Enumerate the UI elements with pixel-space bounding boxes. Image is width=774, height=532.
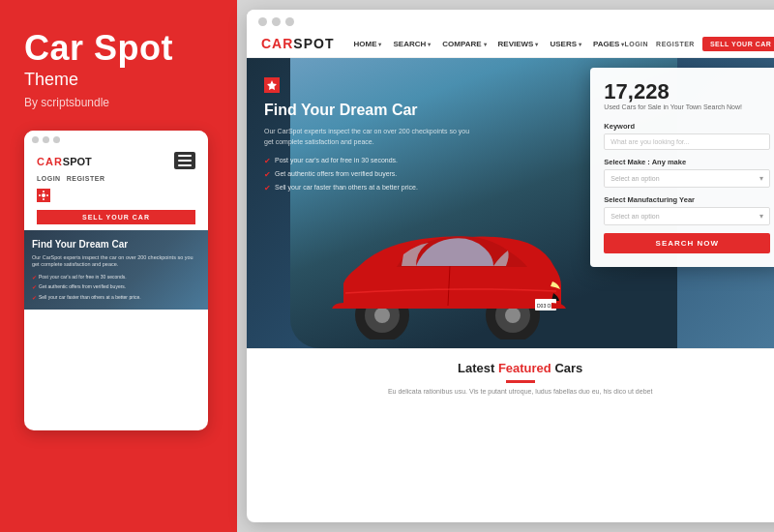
nav-home-chevron: ▾ (378, 41, 381, 47)
mobile-feature-text-3: Sell your car faster than others at a be… (39, 294, 141, 301)
nav-users-label: USERS (550, 40, 577, 48)
mobile-check-icon-3: ✔ (32, 294, 37, 302)
desktop-nav-actions: LOGIN REGISTER SELL YOUR CAR (624, 37, 774, 51)
mobile-window-dots (32, 136, 200, 143)
nav-search-chevron: ▾ (428, 41, 431, 47)
nav-compare-label: COMPARE (442, 40, 481, 48)
mobile-settings-icon (37, 189, 50, 202)
hamburger-line-2 (178, 160, 192, 162)
featured-description: Eu delicata rationibus usu. Vis te putan… (351, 388, 690, 395)
mobile-logo-spot: SPOT (63, 156, 92, 167)
nav-home-label: HOME (353, 40, 376, 48)
desktop-logo: CARSPOT (261, 36, 334, 51)
cars-count: 17,228 (604, 81, 770, 103)
hero-feature-text-3: Sell your car faster than others at a be… (275, 184, 418, 191)
make-label: Select Make : Any make (604, 158, 770, 166)
desktop-logo-car: CAR (261, 36, 293, 51)
make-field-group: Select Make : Any make Select an option … (604, 158, 770, 188)
hero-feature-text-2: Get authentic offers from verified buyer… (275, 170, 397, 177)
mobile-feature-2: ✔ Get authentic offers from verified buy… (32, 283, 200, 291)
app-title: Car Spot (24, 29, 213, 68)
desktop-login-button[interactable]: LOGIN (624, 41, 648, 47)
hamburger-line-1 (178, 155, 192, 157)
mobile-feature-1: ✔ Post your car's ad for free in 30 seco… (32, 274, 200, 281)
app-subtitle: Theme (24, 70, 213, 90)
mobile-hero-title: Find Your Dream Car (32, 238, 200, 251)
hero-features: ✔ Post your car's ad for free in 30 seco… (264, 157, 471, 192)
hero-feature-1: ✔ Post your car's ad for free in 30 seco… (264, 157, 471, 165)
mobile-feature-text-1: Post your car's ad for free in 30 second… (39, 274, 127, 281)
nav-item-pages[interactable]: PAGES ▾ (593, 40, 624, 48)
mobile-check-icon-2: ✔ (32, 283, 37, 291)
hero-car-image: D03 OB 2 (324, 214, 576, 343)
desktop-register-button[interactable]: REGISTER (656, 41, 695, 47)
nav-item-users[interactable]: USERS ▾ (550, 40, 581, 48)
featured-divider (506, 380, 535, 383)
make-placeholder: Select an option (610, 175, 659, 182)
mobile-hamburger-icon[interactable] (174, 152, 195, 169)
nav-reviews-chevron: ▾ (535, 41, 538, 47)
keyword-placeholder: What are you looking for... (610, 138, 689, 145)
cars-count-description: Used Cars for Sale in Your Town Search N… (604, 103, 770, 112)
mobile-login-link[interactable]: LOGIN (37, 175, 61, 182)
app-author: By scriptsbundle (24, 96, 213, 109)
search-panel: 17,228 Used Cars for Sale in Your Town S… (590, 68, 774, 267)
keyword-input[interactable]: What are you looking for... (604, 133, 770, 150)
nav-pages-label: PAGES (593, 40, 619, 48)
car-svg: D03 OB 2 (324, 214, 576, 340)
nav-item-home[interactable]: HOME ▾ (353, 40, 381, 48)
keyword-field-group: Keyword What are you looking for... (604, 122, 770, 150)
mobile-sell-button[interactable]: SELL YOUR CAR (37, 210, 195, 224)
svg-point-0 (42, 193, 45, 197)
nav-item-search[interactable]: SEARCH ▾ (393, 40, 431, 48)
hero-check-icon-1: ✔ (264, 157, 271, 165)
featured-title-colored: Featured (498, 361, 551, 375)
mobile-logo-car: CAR (37, 156, 63, 167)
nav-reviews-label: REVIEWS (498, 40, 534, 48)
nav-item-reviews[interactable]: REVIEWS ▾ (498, 40, 539, 48)
desktop-nav-bar: CARSPOT HOME ▾ SEARCH ▾ COMPARE ▾ REVIEW… (247, 30, 774, 58)
mobile-nav: CARSPOT (32, 149, 200, 172)
mobile-hero-desc: Our CarSpot experts inspect the car on o… (32, 254, 200, 269)
mobile-feature-text-2: Get authentic offers from verified buyer… (39, 283, 126, 290)
hero-check-icon-2: ✔ (264, 170, 271, 179)
mobile-register-link[interactable]: REGISTER (67, 175, 105, 182)
mobile-login-row: LOGIN REGISTER (32, 172, 200, 185)
year-label: Select Manufacturing Year (604, 195, 770, 204)
mobile-mockup: CARSPOT LOGIN REGISTER SELL YOUR CAR (24, 131, 208, 430)
mobile-check-icon-1: ✔ (32, 274, 37, 281)
nav-item-compare[interactable]: COMPARE ▾ (442, 40, 486, 48)
rear-hub (505, 308, 521, 323)
make-chevron-icon: ▾ (759, 174, 763, 183)
front-hub (374, 308, 390, 323)
nav-users-chevron: ▾ (579, 41, 581, 47)
nav-search-label: SEARCH (393, 40, 426, 48)
mobile-logo: CARSPOT (37, 152, 92, 169)
hero-badge-icon (264, 77, 280, 93)
desktop-dot-2 (272, 17, 281, 26)
rear-bumper (332, 303, 343, 309)
mobile-top-bar: CARSPOT LOGIN REGISTER SELL YOUR CAR (24, 131, 208, 230)
desktop-mockup: CARSPOT HOME ▾ SEARCH ▾ COMPARE ▾ REVIEW… (247, 10, 774, 522)
right-panel: CARSPOT HOME ▾ SEARCH ▾ COMPARE ▾ REVIEW… (237, 0, 774, 532)
mobile-feature-list: ✔ Post your car's ad for free in 30 seco… (32, 274, 200, 302)
front-bumper (551, 303, 566, 309)
hero-feature-3: ✔ Sell your car faster than others at a … (264, 184, 471, 192)
mobile-feature-3: ✔ Sell your car faster than others at a … (32, 294, 200, 302)
hero-check-icon-3: ✔ (264, 184, 271, 192)
featured-section: Latest Featured Cars Eu delicata rationi… (247, 348, 774, 406)
year-field-group: Select Manufacturing Year Select an opti… (604, 195, 770, 225)
make-select[interactable]: Select an option ▾ (604, 169, 770, 188)
search-now-button[interactable]: SEARCH NOW (604, 233, 770, 253)
desktop-dot-3 (285, 17, 294, 26)
desktop-sell-button[interactable]: SELL YOUR CAR (702, 37, 774, 51)
desktop-nav-items: HOME ▾ SEARCH ▾ COMPARE ▾ REVIEWS ▾ USER… (353, 40, 624, 48)
mobile-dot-3 (53, 136, 60, 143)
mobile-dot-1 (32, 136, 39, 143)
hero-title: Find Your Dream Car (264, 101, 471, 119)
year-placeholder: Select an option (610, 213, 659, 220)
mobile-dot-2 (43, 136, 49, 143)
desktop-hero-section: Find Your Dream Car Our CarSpot experts … (247, 58, 774, 348)
year-select[interactable]: Select an option ▾ (604, 207, 770, 225)
year-chevron-icon: ▾ (759, 212, 763, 221)
